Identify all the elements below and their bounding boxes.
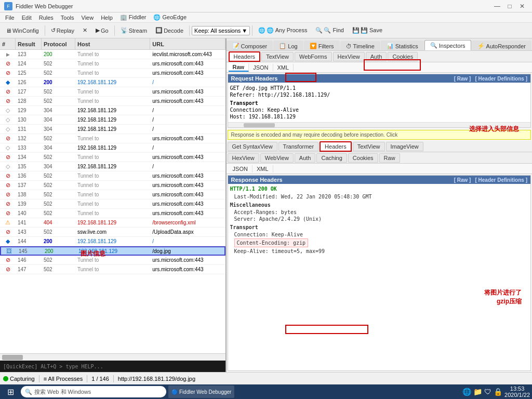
- format-xml[interactable]: XML: [273, 64, 294, 71]
- warning-bar[interactable]: Response is encoded and may require deco…: [228, 130, 531, 140]
- save-button[interactable]: 💾 💾 Save: [349, 25, 386, 35]
- col-result[interactable]: Result: [16, 38, 42, 49]
- subtab-auth[interactable]: Auth: [366, 52, 387, 61]
- close-button[interactable]: ✕: [516, 2, 528, 10]
- sessions-list[interactable]: ▶ 123 200 Tunnel to iecvlist.microsoft.c…: [0, 50, 225, 353]
- table-row[interactable]: ⊘ 128 502 Tunnel to urs.microsoft.com:44…: [0, 97, 225, 106]
- col-protocol[interactable]: Protocol: [42, 38, 75, 49]
- col-host[interactable]: Host: [75, 38, 150, 49]
- table-row[interactable]: ◇ 135 304 192.168.181.129 /: [0, 162, 225, 171]
- resp-tab-webview[interactable]: WebView: [260, 153, 294, 163]
- maximize-button[interactable]: □: [504, 2, 515, 10]
- resp-tab-syntaxview[interactable]: Get SyntaxView: [228, 142, 277, 151]
- taskbar-shield-icon[interactable]: 🛡: [484, 388, 491, 396]
- resp-tab-textview[interactable]: TextView: [353, 142, 385, 151]
- table-row[interactable]: ⊘ 125 502 Tunnel to urs.microsoft.com:44…: [0, 69, 225, 78]
- table-row[interactable]: ⊘ 127 502 Tunnel to urs.microsoft.com:44…: [0, 87, 225, 97]
- subtab-hexview[interactable]: HexView: [333, 52, 365, 61]
- go-button[interactable]: ▶ Go: [92, 25, 112, 35]
- table-row[interactable]: ◇ 130 304 192.168.181.129 /: [0, 115, 225, 125]
- winconfig-button[interactable]: 🖥 WinConfig: [2, 26, 43, 35]
- subtab-textview[interactable]: TextView: [261, 52, 294, 61]
- keep-dropdown[interactable]: Keep: All sessions ▼: [192, 26, 250, 35]
- taskbar-explorer-icon[interactable]: 📁: [473, 388, 482, 396]
- table-row[interactable]: ▶ 123 200 Tunnel to iecvlist.microsoft.c…: [0, 50, 225, 59]
- table-row[interactable]: ⊘ 137 502 Tunnel to urs.microsoft.com:44…: [0, 181, 225, 190]
- subtab-webforms[interactable]: WebForms: [295, 52, 332, 61]
- subtab-cookies[interactable]: Cookies: [388, 52, 418, 61]
- col-url[interactable]: URL: [150, 38, 225, 49]
- table-row[interactable]: ⊘ 140 502 Tunnel to urs.microsoft.com:44…: [0, 209, 225, 218]
- table-row[interactable]: ⊘ 124 502 Tunnel to urs.microsoft.com:44…: [0, 59, 225, 69]
- tab-statistics[interactable]: 📊 Statistics: [381, 41, 424, 50]
- remove-button[interactable]: ✕: [79, 25, 91, 35]
- taskbar-edge-icon[interactable]: 🌐: [462, 388, 471, 396]
- taskbar-search[interactable]: 🔍 搜索 Web 和 Windows: [21, 386, 166, 397]
- tab-autoresponder[interactable]: ⚡ AutoResponder: [472, 41, 531, 50]
- tab-timeline[interactable]: ⏱ Timeline: [340, 41, 380, 50]
- table-row[interactable]: ⚠ 141 404 192.168.181.129 /browserconfig…: [0, 218, 225, 228]
- replay-button[interactable]: ↺ Replay: [47, 25, 78, 35]
- table-row[interactable]: ⊘ 136 502 Tunnel to urs.microsoft.com:44…: [0, 171, 225, 181]
- tab-filters[interactable]: 🔽 Filters: [304, 41, 340, 50]
- taskbar-app2-icon[interactable]: 🔒: [494, 388, 502, 396]
- format-raw[interactable]: Raw: [229, 63, 249, 72]
- any-process-button[interactable]: 🌐 🌐 Any Process: [255, 25, 311, 35]
- find-button[interactable]: 🔍 🔍 Find: [312, 25, 347, 35]
- table-row[interactable]: ⊘ 147 502 Tunnel to urs.microsoft.com:44…: [0, 265, 225, 274]
- menu-tools[interactable]: Tools: [58, 14, 77, 22]
- start-button[interactable]: ⊞: [2, 385, 19, 398]
- resp-tab-imageview[interactable]: ImageView: [386, 142, 423, 151]
- resp-tab-auth[interactable]: Auth: [295, 153, 316, 163]
- minimize-button[interactable]: —: [491, 2, 503, 10]
- table-row[interactable]: ◆ 126 200 192.168.181.129 /: [0, 78, 225, 87]
- resp-format-xml[interactable]: XML: [252, 165, 273, 172]
- req-def-link[interactable]: [ Header Definitions ]: [475, 76, 527, 82]
- cell-num: 133: [16, 145, 42, 151]
- tab-log[interactable]: 📋 Log: [273, 41, 303, 50]
- table-row[interactable]: ⊘ 132 502 Tunnel to urs.microsoft.com:44…: [0, 134, 225, 143]
- menu-file[interactable]: File: [2, 14, 18, 22]
- window-controls[interactable]: — □ ✕: [491, 2, 528, 10]
- decode-button[interactable]: 🔲 Decode: [152, 25, 187, 35]
- table-row[interactable]: 🖼 145 200 192.168.181.129 /dog.jpg: [0, 246, 225, 256]
- menu-geoedge[interactable]: 🌐 GeoEdge: [150, 13, 190, 22]
- cell-num: 131: [16, 126, 42, 132]
- resp-tab-cookies[interactable]: Cookies: [348, 153, 378, 163]
- table-row[interactable]: ⊘ 139 502 Tunnel to urs.microsoft.com:44…: [0, 200, 225, 209]
- table-row[interactable]: ⊘ 143 502 ssw.live.com /UploadData.aspx: [0, 228, 225, 237]
- resp-def-link[interactable]: [ Header Definitions ]: [475, 177, 527, 183]
- process-status[interactable]: ≡ All Processes: [44, 376, 83, 382]
- table-row[interactable]: ◇ 131 304 192.168.181.129 /: [0, 125, 225, 134]
- req-raw-link[interactable]: [ Raw ]: [454, 76, 471, 82]
- resp-tab-raw[interactable]: Raw: [379, 153, 400, 163]
- resp-tab-transformer[interactable]: Transformer: [278, 142, 319, 151]
- resp-tab-caching[interactable]: Caching: [316, 153, 347, 163]
- table-row[interactable]: ◆ 144 200 192.168.181.129 /: [0, 237, 225, 246]
- menu-edit[interactable]: Edit: [19, 14, 35, 22]
- menu-help[interactable]: Help: [98, 14, 116, 22]
- resp-format-json[interactable]: JSON: [229, 165, 252, 172]
- req-h-scroll[interactable]: [228, 122, 530, 127]
- resp-tab-headers[interactable]: Headers: [320, 141, 352, 152]
- cell-result: 502: [42, 136, 75, 141]
- taskbar-fiddler-app[interactable]: 🔵 Fiddler Web Debugger: [168, 385, 234, 398]
- stream-button[interactable]: 📡 Stream: [117, 25, 151, 35]
- tab-composer[interactable]: 📝 Composer: [227, 41, 273, 50]
- format-json[interactable]: JSON: [249, 64, 273, 71]
- menu-view[interactable]: View: [78, 14, 97, 22]
- menu-fiddler[interactable]: 🏢 Fiddler: [117, 13, 150, 22]
- resp-raw-link[interactable]: [ Raw ]: [454, 177, 471, 183]
- table-row[interactable]: ◇ 129 304 192.168.181.129 /: [0, 106, 225, 115]
- menu-rules[interactable]: Rules: [36, 14, 57, 22]
- subtab-headers[interactable]: Headers: [229, 51, 261, 62]
- tab-inspectors[interactable]: 🔍 Inspectors: [424, 40, 471, 50]
- table-row[interactable]: ⊘ 134 502 Tunnel to urs.microsoft.com:44…: [0, 153, 225, 162]
- table-row[interactable]: ⊘ 146 502 Tunnel to urs.microsoft.com:44…: [0, 256, 225, 265]
- resp-tab-hexview[interactable]: HexView: [228, 153, 259, 163]
- table-row[interactable]: ◇ 133 304 192.168.181.129 /: [0, 143, 225, 153]
- req-h-scroll-thumb[interactable]: [244, 123, 275, 127]
- table-row[interactable]: ⊘ 138 502 Tunnel to urs.microsoft.com:44…: [0, 190, 225, 200]
- h-scroll-thumb[interactable]: [2, 355, 23, 360]
- horizontal-scrollbar[interactable]: [0, 353, 225, 361]
